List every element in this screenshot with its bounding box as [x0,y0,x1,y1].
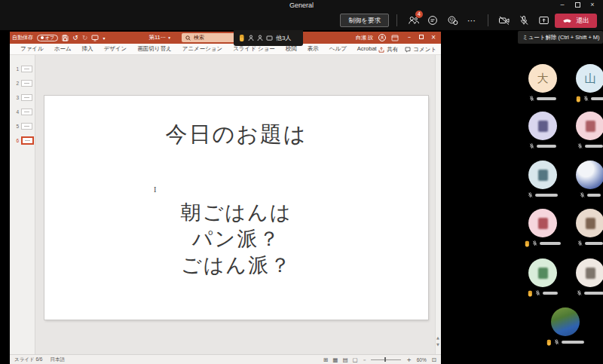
participant-avatar [528,161,557,189]
slide-thumbnail-1[interactable]: 1 [10,62,35,76]
screen-icon [266,35,273,41]
ribbon-tab-4[interactable]: 画面切り替え [132,45,176,53]
slide-thumbnail-4[interactable]: 4 [10,105,35,119]
ribbon-tab-10[interactable]: Acrobat [352,45,382,53]
zoom-slider[interactable] [371,359,401,360]
qat-customize-icon[interactable]: ▾ [103,35,105,41]
ribbon-tab-6[interactable]: スライド ショー [228,45,280,53]
request-control-button[interactable]: 制御を要求 [340,14,389,27]
slide-thumbnail-6[interactable]: 6 [10,133,35,148]
comments-label: コメント [413,46,436,54]
ribbon-tab-2[interactable]: 挿入 [77,45,99,53]
participant-name [585,242,603,245]
minimize-button[interactable]: – [555,0,570,10]
ppt-restore-button[interactable] [416,32,427,43]
participant-tile-4[interactable] [568,112,603,149]
close-button[interactable]: × [585,0,600,10]
language-indicator[interactable]: 日本語 [50,356,65,363]
account-avatar[interactable] [378,34,386,41]
teams-meeting-window: General – × 制御を要求 4 [0,0,603,364]
next-slide-button[interactable]: ▼ [436,342,439,347]
leave-button[interactable]: 退出 [555,14,597,28]
slide-thumbnail-3[interactable]: 3 [10,90,35,105]
raised-hand-icon [525,240,530,247]
mic-off-icon [554,339,559,345]
share-button[interactable]: 共有 [378,46,398,54]
vertical-scrollbar[interactable]: ▲ ▼ [435,55,441,354]
mic-toggle-button[interactable] [516,13,532,28]
previous-slide-button[interactable]: ▲ [436,335,439,340]
participant-name-row [521,240,565,246]
ppt-status-bar: スライド 6/6 日本語 ⊞▦▤▢ – + 60% ⊡ [10,354,441,364]
person-icon [380,35,384,40]
participant-tile-6[interactable] [568,161,603,198]
ppt-minimize-button[interactable]: – [404,32,415,43]
slideshow-icon[interactable]: ▢ [353,356,358,363]
camera-toggle-button[interactable] [496,13,513,28]
participant-name-row [568,290,603,296]
share-screen-button[interactable] [535,13,552,28]
participants-count-badge: 4 [415,11,423,18]
ribbon-tab-7[interactable]: 校閲 [280,45,302,53]
ribbon-display-options-icon[interactable] [391,35,399,41]
ppt-close-button[interactable]: × [428,32,439,43]
more-icon: ⋯ [467,16,476,26]
participant-tile-7[interactable] [521,209,565,246]
mic-off-icon [529,96,534,102]
slide-thumbnail-5[interactable]: 5 [10,119,35,133]
viewers-overlay[interactable]: 他3人 [234,30,303,46]
participant-avatar [576,258,603,287]
participant-tile-8[interactable] [568,209,603,246]
ribbon-tab-3[interactable]: デザイン [99,45,133,53]
slide-body-line: パン派？ [44,226,428,252]
reactions-button[interactable] [444,13,461,28]
normal-view-icon[interactable]: ⊞ [323,356,328,363]
participant-tile-2[interactable]: 山 [568,64,603,102]
teams-titlebar: General – × [0,0,603,11]
more-options-button[interactable]: ⋯ [464,13,480,28]
slide-number-indicator[interactable]: スライド 6/6 [14,356,42,363]
mic-off-icon [577,290,582,296]
slide-sorter-icon[interactable]: ▦ [332,356,338,363]
slide-thumbnail-2[interactable]: 2 [10,76,35,90]
document-title[interactable]: 第11⋯ ▾ [148,34,170,41]
participant-tile-10[interactable] [568,258,603,296]
start-slideshow-icon[interactable] [91,35,99,41]
avatar-initial [586,218,595,229]
mic-off-icon [532,240,537,246]
participant-tile-5[interactable] [521,161,565,198]
participant-name [591,97,603,100]
ribbon-tab-5[interactable]: アニメーション [177,45,228,53]
participant-tile-11[interactable] [543,307,587,345]
participant-tile-9[interactable] [521,258,565,296]
participant-tile-3[interactable] [521,112,565,149]
undo-icon[interactable]: ↺ [72,35,78,41]
save-icon[interactable] [62,35,69,41]
ribbon-tab-1[interactable]: ホーム [49,45,77,53]
redo-icon[interactable]: ↻ [82,35,88,41]
participant-name-row [568,96,603,102]
mic-off-icon [577,240,583,246]
comments-button[interactable]: コメント [405,46,436,54]
participants-button[interactable]: 4 [405,13,421,28]
slide-editor[interactable]: 今日のお題は 朝ごはんは パン派？ ごはん派？ [44,96,428,320]
slide-body-text[interactable]: 朝ごはんは パン派？ ごはん派？ [44,200,428,279]
chat-button[interactable] [424,13,441,28]
ribbon-tab-9[interactable]: ヘルプ [324,45,352,53]
participant-tile-1[interactable]: 大 [521,64,565,102]
account-name[interactable]: 白瀬 設 [356,34,373,41]
ribbon-tab-8[interactable]: 表示 [302,45,324,53]
fit-to-window-button[interactable]: ⊡ [432,356,436,363]
zoom-out-button[interactable]: – [363,356,366,363]
participant-name-row [543,339,587,345]
zoom-slider-handle[interactable] [384,357,386,362]
zoom-in-button[interactable]: + [406,356,411,363]
participant-avatar [528,258,557,287]
reading-view-icon[interactable]: ▤ [342,356,347,363]
ribbon-tab-file[interactable]: ファイル [15,45,49,53]
slide-title-text[interactable]: 今日のお題は [44,120,428,150]
participant-name [535,194,558,197]
autosave-toggle[interactable]: オフ [37,35,58,41]
maximize-button[interactable] [570,0,585,10]
zoom-level[interactable]: 60% [417,357,427,362]
